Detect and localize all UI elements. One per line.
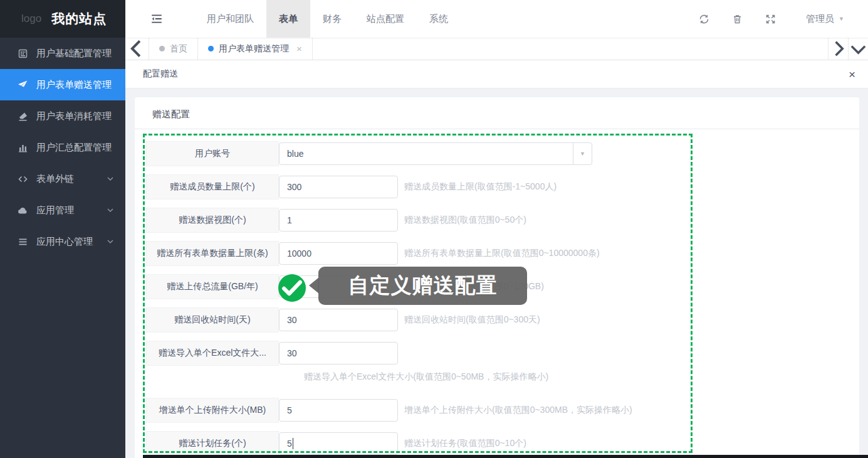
field-label: 赠送数据视图(个) [146, 208, 279, 233]
field-hint: 赠送计划任务(取值范围0~10个) [404, 438, 526, 449]
sidebar-item-user-form-consume[interactable]: 用户表单消耗管理 [0, 100, 125, 132]
sidebar-item-label: 用户基础配置管理 [36, 48, 112, 60]
tab-home[interactable]: 首页 [149, 38, 198, 60]
close-icon[interactable]: × [849, 68, 855, 80]
gift-config-card: 赠送配置 用户账号 blue ▼ 赠送成员数量上限(个) 300 赠送成员数量上… [135, 97, 859, 458]
header-bar: 用户和团队 表单 财务 站点配置 系统 管理员 ▼ [125, 0, 868, 38]
form-row-form-data-limit: 赠送所有表单数据量上限(条) 10000 赠送所有表单数据量上限(取值范围0~1… [146, 241, 600, 266]
logo-area: logo 我的站点 [0, 0, 125, 38]
excel-size-input[interactable]: 30 [279, 342, 398, 365]
eraser-icon [18, 111, 28, 122]
field-hint: 赠送所有表单数据量上限(取值范围0~10000000条) [404, 248, 600, 259]
form-row-recycle-days: 赠送回收站时间(天) 30 赠送回收站时间(取值范围0~300天) [146, 307, 540, 333]
field-label: 赠送成员数量上限(个) [146, 174, 279, 200]
form-row-excel-size: 赠送导入单个Excel文件大... 30 [146, 341, 398, 366]
sidebar: 用户基础配置管理 用户表单赠送管理 用户表单消耗管理 用户汇总配置管理 表单外链 [0, 38, 125, 458]
field-hint: 赠送成员数量上限(取值范围-1~5000人) [404, 181, 557, 193]
field-label: 赠送所有表单数据量上限(条) [146, 241, 279, 266]
data-views-input[interactable]: 1 [279, 209, 398, 232]
field-label: 用户账号 [146, 141, 279, 166]
annotation-tooltip-text: 自定义赠送配置 [348, 272, 498, 300]
paper-plane-icon [18, 80, 28, 90]
main-area: 首页 用户表单赠送管理 × 配置赠送 × 赠送配置 [125, 38, 868, 458]
form-row-data-views: 赠送数据视图(个) 1 赠送数据视图(取值范围0~50个) [146, 208, 526, 233]
attachment-size-input[interactable]: 5 [279, 399, 398, 422]
field-label: 增送单个上传附件大小(MB) [146, 398, 279, 423]
form-row-member-limit: 赠送成员数量上限(个) 300 赠送成员数量上限(取值范围-1~5000人) [146, 174, 557, 200]
form-row-user-account: 用户账号 blue ▼ [146, 141, 592, 166]
header-actions: 管理员 ▼ [699, 0, 868, 38]
sidebar-item-label: 应用中心管理 [36, 236, 93, 248]
topnav-users-teams[interactable]: 用户和团队 [194, 0, 266, 38]
check-cursor-icon [278, 274, 306, 302]
tabbar-spacer [313, 38, 828, 60]
bar-chart-icon [18, 142, 28, 153]
member-limit-input[interactable]: 300 [279, 176, 398, 198]
field-label: 赠送计划任务(个) [146, 431, 279, 456]
card-title: 赠送配置 [152, 109, 190, 120]
scheduled-tasks-input[interactable]: 5 [279, 432, 398, 455]
recycle-days-input[interactable]: 30 [279, 309, 398, 331]
sidebar-item-user-form-gift[interactable]: 用户表单赠送管理 [0, 69, 125, 100]
tab-label: 用户表单赠送管理 [219, 43, 289, 55]
admin-label: 管理员 [806, 13, 834, 25]
cloud-icon [18, 205, 28, 216]
tabs-menu-button[interactable] [848, 38, 868, 60]
chevron-down-icon [107, 238, 114, 245]
admin-menu[interactable]: 管理员 ▼ [806, 13, 844, 25]
form-row-attachment-size: 增送单个上传附件大小(MB) 5 增送单个上传附件大小(取值范围0~300MB，… [146, 398, 632, 423]
form-row-scheduled-tasks: 赠送计划任务(个) 5 赠送计划任务(取值范围0~10个) [146, 431, 526, 456]
annotation-tooltip: 自定义赠送配置 [318, 267, 527, 305]
site-title: 我的站点 [51, 10, 107, 28]
app-window: logo 我的站点 用户和团队 表单 财务 站点配置 系统 [0, 0, 868, 458]
sidebar-item-label: 用户表单消耗管理 [36, 110, 112, 122]
topnav-forms[interactable]: 表单 [266, 0, 310, 38]
select-value: blue [280, 143, 573, 164]
topnav-finance[interactable]: 财务 [310, 0, 354, 38]
logo: logo [21, 13, 41, 25]
field-hint: 赠送回收站时间(取值范围0~300天) [404, 314, 540, 326]
menu-list-icon [18, 237, 28, 247]
sidebar-item-label: 表单外链 [36, 173, 74, 185]
tabs-scroll-left-button[interactable] [125, 38, 149, 60]
form-data-limit-input[interactable]: 10000 [279, 242, 398, 265]
divider [135, 129, 859, 129]
tab-user-form-gift[interactable]: 用户表单赠送管理 × [198, 38, 313, 60]
sidebar-item-app-management[interactable]: 应用管理 [0, 194, 125, 226]
field-label: 赠送导入单个Excel文件大... [146, 341, 279, 366]
tab-close-icon[interactable]: × [296, 43, 302, 54]
topnav-system[interactable]: 系统 [417, 0, 461, 38]
tab-status-dot [208, 46, 214, 51]
top-navigation: 用户和团队 表单 财务 站点配置 系统 [194, 0, 461, 38]
sidebar-item-label: 用户表单赠送管理 [36, 79, 112, 91]
bottom-edge-strip [143, 455, 868, 458]
tab-label: 首页 [170, 43, 187, 55]
fullscreen-icon[interactable] [765, 14, 776, 24]
caret-down-icon: ▼ [573, 143, 592, 164]
field-label: 赠送上传总流量(GB/年) [146, 274, 279, 299]
sidebar-item-app-center-management[interactable]: 应用中心管理 [0, 226, 125, 257]
field-hint: 增送单个上传附件大小(取值范围0~300MB，实际操作略小) [404, 405, 632, 416]
tab-bar: 首页 用户表单赠送管理 × [125, 38, 868, 60]
user-account-select[interactable]: blue ▼ [279, 142, 592, 165]
page-title-bar: 配置赠送 × [125, 60, 868, 88]
tabs-scroll-right-button[interactable] [828, 38, 848, 60]
trash-icon[interactable] [732, 14, 743, 24]
tab-status-dot [159, 46, 165, 51]
sidebar-item-user-basic-config[interactable]: 用户基础配置管理 [0, 38, 125, 69]
field-hint: 赠送导入单个Excel文件大小(取值范围0~50MB，实际操作略小) [304, 371, 548, 383]
sidebar-item-user-summary-config[interactable]: 用户汇总配置管理 [0, 132, 125, 163]
external-link-icon [18, 174, 28, 184]
topnav-site-config[interactable]: 站点配置 [354, 0, 417, 38]
content-area: 赠送配置 用户账号 blue ▼ 赠送成员数量上限(个) 300 赠送成员数量上… [125, 88, 868, 458]
chevron-down-icon [107, 175, 114, 183]
sidebar-collapse-icon[interactable] [150, 0, 163, 38]
field-label: 赠送回收站时间(天) [146, 307, 279, 333]
sidebar-item-form-external-link[interactable]: 表单外链 [0, 163, 125, 194]
text-cursor [293, 438, 293, 449]
refresh-icon[interactable] [699, 14, 709, 24]
field-hint: 赠送数据视图(取值范围0~50个) [404, 215, 526, 226]
top-header: logo 我的站点 用户和团队 表单 财务 站点配置 系统 [0, 0, 868, 38]
grid-icon [18, 48, 28, 59]
sidebar-item-label: 用户汇总配置管理 [36, 142, 112, 154]
